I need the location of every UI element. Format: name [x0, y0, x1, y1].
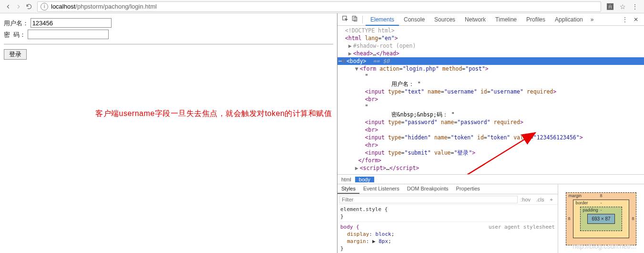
- styles-panel: Styles Event Listeners DOM Breakpoints P…: [337, 184, 558, 253]
- content-size: 693 × 87: [587, 214, 614, 224]
- crumb-html[interactable]: html: [337, 177, 355, 182]
- doctype: <!DOCTYPE html>: [345, 27, 395, 34]
- subtab-dombreakpoints[interactable]: DOM Breakpoints: [403, 184, 452, 194]
- tab-timeline[interactable]: Timeline: [491, 13, 521, 26]
- reload-button[interactable]: [24, 3, 34, 10]
- bookmark-icon[interactable]: ☆: [618, 3, 627, 11]
- divider: [4, 44, 333, 44]
- device-toggle-icon[interactable]: [350, 15, 359, 23]
- submit-button[interactable]: 登录: [4, 49, 27, 60]
- site-info-icon[interactable]: i: [41, 3, 48, 11]
- translate-icon[interactable]: 🅰: [606, 3, 614, 11]
- forward-button[interactable]: [13, 3, 24, 10]
- password-input[interactable]: [28, 30, 109, 39]
- url-path: /phpstorm/pachong/login.html: [75, 3, 157, 10]
- ua-stylesheet-label: user agent stylesheet: [489, 223, 555, 231]
- tab-elements[interactable]: Elements: [366, 13, 399, 26]
- element-style-rule[interactable]: element.style {: [340, 206, 555, 213]
- add-rule-button[interactable]: +: [547, 197, 556, 202]
- tabs-overflow-icon[interactable]: »: [588, 16, 597, 23]
- url-host: localhost: [51, 3, 75, 10]
- address-bar[interactable]: i localhost/phpstorm/pachong/login.html: [37, 1, 601, 12]
- subtab-eventlisteners[interactable]: Event Listeners: [359, 184, 403, 194]
- password-label: 密 码：: [4, 31, 26, 39]
- token-input-node[interactable]: <input type="hidden" name="token" id="to…: [337, 134, 644, 141]
- body-rule[interactable]: body {: [340, 223, 359, 231]
- annotation-text: 客户端username字段一旦失去焦点，就会触发对token的计算和赋值: [95, 109, 332, 119]
- selected-body-node[interactable]: ⋯▼<body> == $0: [337, 57, 644, 65]
- devtools-tabbar: Elements Console Sources Network Timelin…: [337, 13, 644, 26]
- tab-profiles[interactable]: Profiles: [521, 13, 550, 26]
- hov-toggle[interactable]: :hov: [518, 197, 533, 202]
- dom-tree[interactable]: <!DOCTYPE html> <html lang="en"> ▶#shado…: [337, 26, 644, 174]
- subtab-styles[interactable]: Styles: [337, 184, 359, 194]
- devtools-menu-icon[interactable]: ⋮: [619, 16, 631, 23]
- devtools-close-icon[interactable]: ✕: [631, 16, 641, 23]
- back-button[interactable]: [3, 3, 13, 10]
- subtab-properties[interactable]: Properties: [452, 184, 484, 194]
- tab-application[interactable]: Application: [550, 13, 588, 26]
- box-model: margin888 border- padding- 693 × 87: [558, 184, 644, 253]
- username-input[interactable]: [31, 18, 112, 28]
- tab-sources[interactable]: Sources: [429, 13, 460, 26]
- tab-console[interactable]: Console: [399, 13, 429, 26]
- browser-toolbar: i localhost/phpstorm/pachong/login.html …: [0, 0, 644, 13]
- inspect-icon[interactable]: [340, 15, 350, 23]
- menu-icon[interactable]: ⋮: [631, 3, 639, 11]
- breadcrumbs: html body: [337, 174, 644, 184]
- crumb-body[interactable]: body: [355, 177, 374, 182]
- cls-toggle[interactable]: .cls: [533, 197, 547, 202]
- page-viewport: 用户名： 密 码： 登录 客户端username字段一旦失去焦点，就会触发对to…: [0, 13, 337, 253]
- username-label: 用户名：: [4, 19, 29, 28]
- devtools-panel: Elements Console Sources Network Timelin…: [337, 13, 644, 253]
- styles-filter-input[interactable]: [339, 196, 518, 203]
- tab-network[interactable]: Network: [460, 13, 491, 26]
